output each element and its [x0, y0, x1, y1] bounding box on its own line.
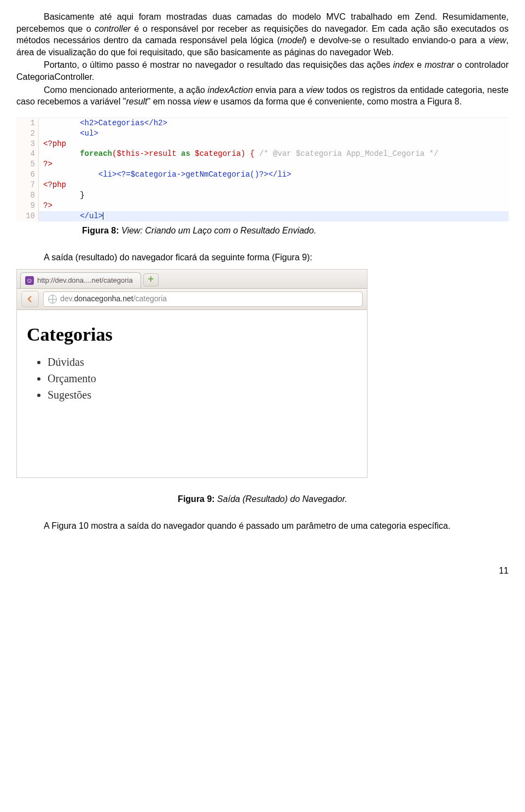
text: e usamos da forma que é conveniente, com…	[211, 97, 462, 106]
code-line: }	[39, 190, 509, 201]
caption-label: Figura 9:	[178, 494, 215, 504]
line-number: 6	[16, 170, 39, 180]
code-line: ?>	[39, 201, 509, 211]
code-line: <?php	[39, 139, 509, 149]
code-line: ?>	[39, 159, 509, 170]
back-button[interactable]	[21, 291, 39, 307]
new-tab-button[interactable]: +	[143, 273, 159, 287]
code-line: foreach($this->result as $categoria) { /…	[39, 149, 509, 159]
text-italic: view	[194, 97, 211, 106]
text-italic: model	[280, 36, 304, 45]
code-line: <li><?=$categoria->getNmCategoria()?></l…	[39, 170, 509, 180]
page-heading: Categorias	[27, 322, 357, 347]
list-item: Dúvidas	[48, 355, 357, 370]
paragraph-2: Portanto, o último passo é mostrar no na…	[16, 59, 509, 83]
line-number: 9	[16, 201, 39, 211]
text-italic: index	[393, 60, 414, 69]
page-number: 11	[16, 565, 509, 577]
code-line: <ul>	[39, 128, 509, 139]
line-number: 5	[16, 159, 39, 170]
figure-9-caption: Figura 9: Saída (Resultado) do Navegador…	[16, 493, 509, 505]
url-bar[interactable]: dev.donacegonha.net/categoria	[43, 291, 363, 307]
favicon-icon: ☺	[25, 276, 34, 285]
line-number: 3	[16, 139, 39, 149]
code-line: <?php	[39, 180, 509, 190]
line-number: 7	[16, 180, 39, 190]
line-number: 1	[16, 118, 39, 128]
caption-text: View: Criando um Laço com o Resultado En…	[119, 226, 317, 235]
text: e	[414, 60, 424, 69]
text-cursor-icon	[103, 212, 103, 220]
code-line: <h2>Categorias</h2>	[39, 118, 509, 128]
caption-text: Saída (Resultado) do Navegador.	[215, 494, 347, 504]
figure-8-caption: Figura 8: View: Criando um Laço com o Re…	[82, 225, 509, 237]
text-italic: result	[126, 97, 147, 106]
text: Como mencionado anteriormente, a ação	[44, 85, 208, 95]
paragraph-1: Basicamente até aqui foram mostradas dua…	[16, 11, 509, 58]
rendered-page: Categorias Dúvidas Orçamento Sugestões	[17, 310, 367, 477]
code-editor-figure: 1 <h2>Categorias</h2> 2 <ul> 3 <?php 4 f…	[16, 118, 509, 221]
paragraph-5: A Figura 10 mostra a saída do navegador …	[16, 520, 509, 532]
line-number: 10	[16, 211, 39, 221]
list-item: Orçamento	[48, 371, 357, 386]
category-list: Dúvidas Orçamento Sugestões	[38, 355, 357, 402]
globe-icon	[48, 295, 57, 303]
line-number: 8	[16, 190, 39, 201]
text: Portanto, o último passo é mostrar no na…	[44, 60, 393, 69]
line-number: 2	[16, 128, 39, 139]
text-italic: controller	[95, 24, 131, 33]
list-item: Sugestões	[48, 388, 357, 402]
arrow-left-icon	[26, 295, 34, 303]
text-italic: view	[489, 36, 506, 45]
text-italic: mostrar	[424, 60, 454, 69]
text: " em nossa	[148, 97, 194, 106]
text: envia para a	[253, 85, 306, 95]
nav-toolbar: dev.donacegonha.net/categoria	[17, 289, 367, 310]
text-italic: indexAction	[208, 85, 253, 95]
code-line: </ul>	[39, 211, 509, 221]
browser-tab[interactable]: ☺ http://dev.dona....net/categoria	[20, 272, 141, 288]
tab-title: http://dev.dona....net/categoria	[37, 276, 133, 285]
text-italic: view	[306, 85, 324, 95]
url-text: dev.donacegonha.net/categoria	[60, 294, 167, 304]
browser-window: ☺ http://dev.dona....net/categoria + dev…	[16, 269, 368, 478]
paragraph-3: Como mencionado anteriormente, a ação in…	[16, 84, 509, 108]
line-number: 4	[16, 149, 39, 159]
caption-label: Figura 8:	[82, 226, 119, 235]
text: ) e devolve-se o resultado enviando-o pa…	[304, 36, 489, 45]
tab-strip: ☺ http://dev.dona....net/categoria +	[17, 270, 367, 289]
paragraph-4: A saída (resultado) do navegador ficará …	[16, 252, 509, 264]
